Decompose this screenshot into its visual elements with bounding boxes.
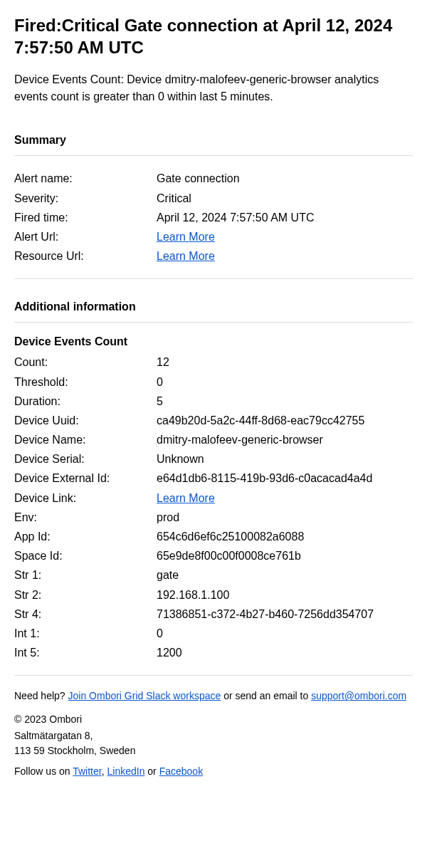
page-title: Fired:Critical Gate connection at April … — [14, 14, 413, 58]
additional-subheading: Device Events Count — [14, 335, 413, 348]
follow-line: Follow us on Twitter, LinkedIn or Facebo… — [14, 764, 413, 779]
address-line1: Saltmätargatan 8, — [14, 730, 93, 741]
row-label: Threshold: — [14, 372, 157, 392]
row-value: 65e9de8f00c00f0008ce761b — [157, 546, 413, 565]
row-label: Device Link: — [14, 488, 157, 508]
table-row: Str 4:71386851-c372-4b27-b460-7256dd3547… — [14, 605, 413, 624]
row-value: 0 — [157, 624, 413, 643]
divider — [14, 675, 413, 676]
row-label: Int 5: — [14, 643, 157, 662]
facebook-link[interactable]: Facebook — [159, 765, 203, 777]
row-value: Unknown — [157, 449, 413, 469]
row-value: Learn More — [157, 227, 413, 246]
row-label: Str 1: — [14, 565, 157, 585]
row-label: Duration: — [14, 392, 157, 411]
row-value: e64d1db6-8115-419b-93d6-c0acacad4a4d — [157, 469, 413, 488]
slack-link[interactable]: Join Ombori Grid Slack workspace — [68, 690, 221, 701]
follow-sep: or — [144, 765, 159, 777]
row-value: Learn More — [157, 488, 413, 508]
additional-heading: Additional information — [14, 300, 413, 313]
divider — [14, 278, 413, 279]
support-email-link[interactable]: support@ombori.com — [311, 690, 406, 701]
row-value: 0 — [157, 372, 413, 392]
row-value: prod — [157, 508, 413, 527]
row-label: App Id: — [14, 527, 157, 546]
divider — [14, 155, 413, 156]
table-row: Str 1:gate — [14, 565, 413, 585]
learn-more-link[interactable]: Learn More — [157, 492, 215, 504]
row-value: 192.168.1.100 — [157, 585, 413, 605]
row-label: Int 1: — [14, 624, 157, 643]
divider — [14, 322, 413, 323]
table-row: Int 1:0 — [14, 624, 413, 643]
table-row: Device External Id:e64d1db6-8115-419b-93… — [14, 469, 413, 488]
row-label: Env: — [14, 508, 157, 527]
help-middle: or send an email to — [221, 690, 311, 701]
learn-more-link[interactable]: Learn More — [157, 231, 215, 243]
row-label: Alert name: — [14, 169, 157, 188]
lead-paragraph: Device Events Count: Device dmitry-malof… — [14, 71, 413, 105]
row-value: 1200 — [157, 643, 413, 662]
row-value: 12 — [157, 352, 413, 372]
table-row: Env:prod — [14, 508, 413, 527]
row-label: Severity: — [14, 189, 157, 208]
table-row: Device Uuid:ca49b20d-5a2c-44ff-8d68-eac7… — [14, 411, 413, 430]
row-label: Count: — [14, 352, 157, 372]
table-row: Str 2:192.168.1.100 — [14, 585, 413, 605]
additional-table: Count:12Threshold:0Duration:5Device Uuid… — [14, 352, 413, 662]
row-value: 654c6d6ef6c25100082a6088 — [157, 527, 413, 546]
table-row: Alert name:Gate connection — [14, 169, 413, 188]
row-value: ca49b20d-5a2c-44ff-8d68-eac79cc42755 — [157, 411, 413, 430]
row-label: Device Name: — [14, 430, 157, 449]
table-row: App Id:654c6d6ef6c25100082a6088 — [14, 527, 413, 546]
help-prefix: Need help? — [14, 690, 68, 701]
table-row: Space Id:65e9de8f00c00f0008ce761b — [14, 546, 413, 565]
row-value: Gate connection — [157, 169, 413, 188]
row-label: Fired time: — [14, 208, 157, 227]
row-label: Device Uuid: — [14, 411, 157, 430]
row-label: Space Id: — [14, 546, 157, 565]
table-row: Fired time:April 12, 2024 7:57:50 AM UTC — [14, 208, 413, 227]
help-line: Need help? Join Ombori Grid Slack worksp… — [14, 689, 413, 704]
row-label: Alert Url: — [14, 227, 157, 246]
row-label: Device Serial: — [14, 449, 157, 469]
row-value: Learn More — [157, 246, 413, 266]
row-label: Resource Url: — [14, 246, 157, 266]
address: Saltmätargatan 8, 113 59 Stockholm, Swed… — [14, 728, 413, 758]
linkedin-link[interactable]: LinkedIn — [107, 765, 144, 777]
row-value: gate — [157, 565, 413, 585]
table-row: Device Name:dmitry-malofeev-generic-brow… — [14, 430, 413, 449]
table-row: Duration:5 — [14, 392, 413, 411]
row-value: 71386851-c372-4b27-b460-7256dd354707 — [157, 605, 413, 624]
table-row: Alert Url:Learn More — [14, 227, 413, 246]
row-label: Device External Id: — [14, 469, 157, 488]
address-line2: 113 59 Stockholm, Sweden — [14, 745, 135, 756]
row-value: Critical — [157, 189, 413, 208]
row-value: 5 — [157, 392, 413, 411]
row-label: Str 4: — [14, 605, 157, 624]
table-row: Resource Url:Learn More — [14, 246, 413, 266]
table-row: Count:12 — [14, 352, 413, 372]
table-row: Int 5:1200 — [14, 643, 413, 662]
table-row: Severity:Critical — [14, 189, 413, 208]
row-value: April 12, 2024 7:57:50 AM UTC — [157, 208, 413, 227]
learn-more-link[interactable]: Learn More — [157, 250, 215, 262]
summary-table: Alert name:Gate connectionSeverity:Criti… — [14, 169, 413, 266]
follow-prefix: Follow us on — [14, 765, 73, 777]
copyright: © 2023 Ombori — [14, 712, 413, 727]
table-row: Device Serial:Unknown — [14, 449, 413, 469]
summary-heading: Summary — [14, 134, 413, 147]
table-row: Device Link:Learn More — [14, 488, 413, 508]
table-row: Threshold:0 — [14, 372, 413, 392]
twitter-link[interactable]: Twitter — [73, 765, 101, 777]
row-label: Str 2: — [14, 585, 157, 605]
row-value: dmitry-malofeev-generic-browser — [157, 430, 413, 449]
